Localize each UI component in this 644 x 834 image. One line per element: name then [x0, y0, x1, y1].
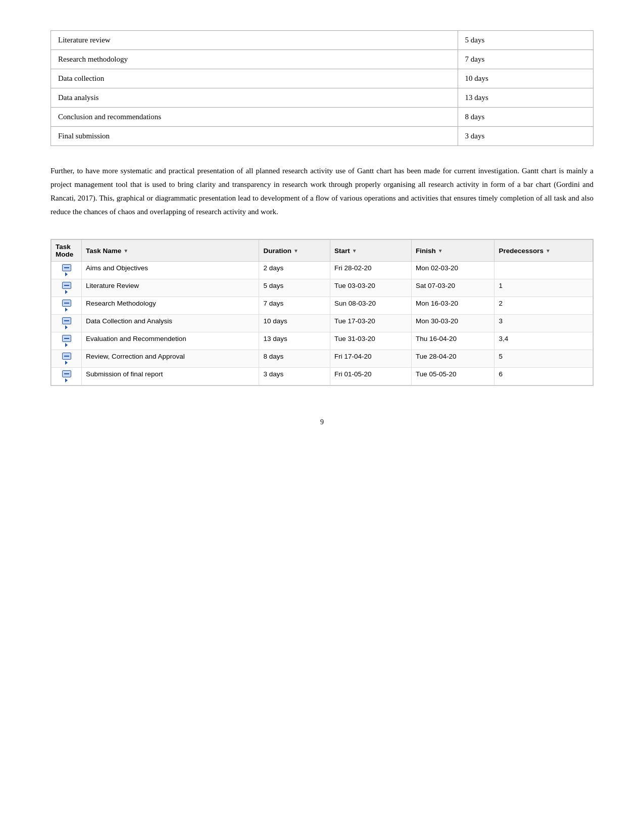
task-icon — [62, 335, 71, 342]
summary-duration: 7 days — [458, 50, 593, 69]
gantt-col-finish[interactable]: Finish▼ — [411, 240, 494, 262]
task-icon — [62, 282, 71, 289]
gantt-task-name: Review, Correction and Approval — [82, 350, 259, 368]
gantt-task-name: Literature Review — [82, 279, 259, 297]
task-mode-icon — [62, 370, 71, 382]
gantt-row: Data Collection and Analysis10 daysTue 1… — [52, 315, 593, 332]
gantt-row: Submission of final report3 daysFri 01-0… — [52, 368, 593, 385]
summary-row: Literature review 5 days — [51, 31, 593, 50]
gantt-table: TaskModeTask Name▼Duration▼Start▼Finish▼… — [51, 239, 593, 385]
task-icon — [62, 370, 71, 377]
summary-row: Research methodology 7 days — [51, 50, 593, 69]
dropdown-arrow-start[interactable]: ▼ — [352, 248, 357, 254]
summary-task: Literature review — [51, 31, 458, 50]
gantt-duration: 13 days — [259, 332, 330, 350]
gantt-col-start[interactable]: Start▼ — [330, 240, 412, 262]
gantt-duration: 10 days — [259, 315, 330, 332]
task-arrow-icon — [65, 378, 68, 382]
gantt-predecessors — [494, 262, 593, 279]
task-arrow-icon — [65, 272, 68, 276]
dropdown-arrow-duration[interactable]: ▼ — [293, 248, 299, 254]
gantt-row: Research Methodology7 daysSun 08-03-20Mo… — [52, 297, 593, 315]
task-mode-icon — [62, 317, 71, 329]
gantt-predecessors: 5 — [494, 350, 593, 368]
col-label-predecessors: Predecessors — [499, 247, 543, 255]
gantt-start: Fri 17-04-20 — [330, 350, 412, 368]
gantt-start: Sun 08-03-20 — [330, 297, 412, 315]
gantt-start: Tue 03-03-20 — [330, 279, 412, 297]
summary-duration: 10 days — [458, 69, 593, 88]
summary-task: Data analysis — [51, 88, 458, 108]
gantt-duration: 5 days — [259, 279, 330, 297]
gantt-row: Review, Correction and Approval8 daysFri… — [52, 350, 593, 368]
gantt-finish: Tue 05-05-20 — [411, 368, 494, 385]
gantt-finish: Thu 16-04-20 — [411, 332, 494, 350]
gantt-predecessors: 3,4 — [494, 332, 593, 350]
summary-duration: 3 days — [458, 127, 593, 146]
summary-row: Data analysis 13 days — [51, 88, 593, 108]
gantt-predecessors: 2 — [494, 297, 593, 315]
col-label-start: Start — [334, 247, 350, 255]
task-arrow-icon — [65, 361, 68, 365]
gantt-predecessors: 3 — [494, 315, 593, 332]
summary-task: Final submission — [51, 127, 458, 146]
dropdown-arrow-predecessors[interactable]: ▼ — [546, 248, 551, 254]
gantt-col-duration[interactable]: Duration▼ — [259, 240, 330, 262]
gantt-col-predecessors[interactable]: Predecessors▼ — [494, 240, 593, 262]
gantt-row: Evaluation and Recommendetion13 daysTue … — [52, 332, 593, 350]
task-arrow-icon — [65, 290, 68, 294]
task-mode-cell — [52, 262, 82, 279]
task-arrow-icon — [65, 325, 68, 329]
task-mode-cell — [52, 350, 82, 368]
page-number: 9 — [51, 418, 593, 426]
task-mode-icon — [62, 264, 71, 276]
task-mode-cell — [52, 332, 82, 350]
summary-task: Data collection — [51, 69, 458, 88]
task-mode-icon — [62, 353, 71, 365]
gantt-finish: Mon 02-03-20 — [411, 262, 494, 279]
task-mode-icon — [62, 335, 71, 347]
dropdown-arrow-task-name[interactable]: ▼ — [123, 248, 128, 254]
task-mode-cell — [52, 297, 82, 315]
task-mode-icon — [62, 300, 71, 312]
gantt-duration: 7 days — [259, 297, 330, 315]
gantt-col-task-mode: TaskMode — [52, 240, 82, 262]
gantt-row: Aims and Objectives2 daysFri 28-02-20Mon… — [52, 262, 593, 279]
task-mode-icon — [62, 282, 71, 294]
task-icon — [62, 300, 71, 307]
gantt-task-name: Data Collection and Analysis — [82, 315, 259, 332]
gantt-predecessors: 6 — [494, 368, 593, 385]
task-mode-cell — [52, 279, 82, 297]
summary-table: Literature review 5 days Research method… — [51, 30, 593, 146]
gantt-row: Literature Review5 daysTue 03-03-20Sat 0… — [52, 279, 593, 297]
gantt-start: Tue 17-03-20 — [330, 315, 412, 332]
col-label-finish: Finish — [416, 247, 436, 255]
task-icon — [62, 317, 71, 324]
gantt-duration: 3 days — [259, 368, 330, 385]
gantt-task-name: Aims and Objectives — [82, 262, 259, 279]
gantt-start: Fri 28-02-20 — [330, 262, 412, 279]
task-mode-label: TaskMode — [56, 243, 73, 258]
task-mode-cell — [52, 315, 82, 332]
gantt-task-name: Submission of final report — [82, 368, 259, 385]
gantt-start: Tue 31-03-20 — [330, 332, 412, 350]
col-label-task-name: Task Name — [86, 247, 121, 255]
gantt-finish: Mon 30-03-20 — [411, 315, 494, 332]
summary-row: Final submission 3 days — [51, 127, 593, 146]
gantt-duration: 2 days — [259, 262, 330, 279]
gantt-predecessors: 1 — [494, 279, 593, 297]
gantt-finish: Tue 28-04-20 — [411, 350, 494, 368]
gantt-finish: Sat 07-03-20 — [411, 279, 494, 297]
dropdown-arrow-finish[interactable]: ▼ — [438, 248, 443, 254]
summary-row: Data collection 10 days — [51, 69, 593, 88]
task-icon — [62, 264, 71, 271]
task-mode-cell — [52, 368, 82, 385]
gantt-duration: 8 days — [259, 350, 330, 368]
summary-task: Conclusion and recommendations — [51, 108, 458, 127]
task-arrow-icon — [65, 343, 68, 347]
summary-duration: 5 days — [458, 31, 593, 50]
gantt-col-task-name[interactable]: Task Name▼ — [82, 240, 259, 262]
task-arrow-icon — [65, 308, 68, 312]
gantt-task-name: Research Methodology — [82, 297, 259, 315]
summary-duration: 8 days — [458, 108, 593, 127]
